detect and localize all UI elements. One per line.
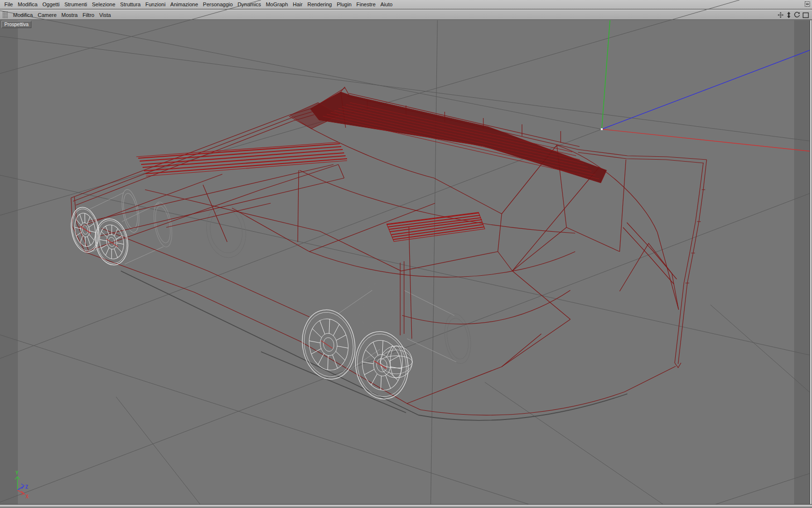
gizmo-axis-label-z: Z — [25, 484, 28, 490]
car-far-wheel-cylinders — [90, 188, 474, 374]
gizmo-axis-label-x: X — [26, 494, 29, 499]
viewport-edge-shading — [0, 20, 810, 508]
application-window: FileModificaOggettiStrumentiSelezioneStr… — [0, 0, 812, 508]
ground-grid — [0, 0, 812, 508]
car-louvers — [136, 142, 485, 241]
car-roof-panel — [290, 92, 607, 183]
gizmo-axis-label-y: Y — [15, 470, 18, 476]
perspective-viewport[interactable]: YZX Prospettiva — [0, 20, 812, 504]
car-suspension-accents — [80, 226, 387, 369]
car-body-wireframe — [71, 87, 707, 415]
window-border-right — [810, 20, 812, 508]
viewport-canvas[interactable]: YZX — [0, 0, 812, 508]
world-axes — [601, 20, 812, 151]
viewport-label: Prospettiva — [1, 21, 31, 28]
window-border-bottom — [0, 504, 812, 508]
